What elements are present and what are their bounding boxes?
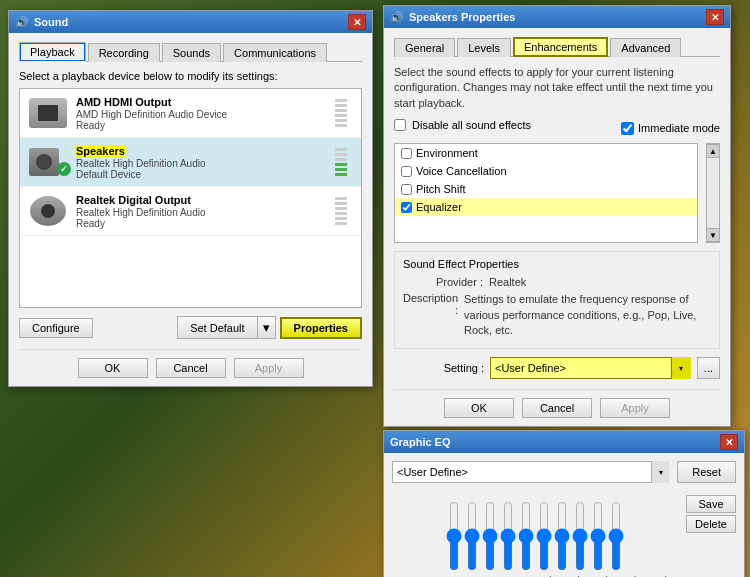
device-status-amd: Ready — [76, 120, 335, 131]
tab-communications[interactable]: Communications — [223, 43, 327, 62]
device-info-amd: AMD HDMI Output AMD High Definition Audi… — [76, 96, 335, 131]
disable-all-checkbox[interactable] — [394, 119, 406, 131]
eq-band-62 — [463, 501, 481, 571]
eq-preset-dropdown[interactable]: <User Define> — [392, 461, 669, 483]
eq-slider-31[interactable] — [445, 501, 463, 571]
provider-label: Provider : — [403, 276, 483, 288]
speakers-title-left: 🔊 Speakers Properties — [390, 11, 515, 24]
effect-pitch-checkbox[interactable] — [401, 184, 412, 195]
device-desc-amd: AMD High Definition Audio Device — [76, 109, 335, 120]
tab-playback[interactable]: Playback — [19, 42, 86, 62]
tab-advanced[interactable]: Advanced — [610, 38, 681, 57]
speakers-apply-button[interactable]: Apply — [600, 398, 670, 418]
sound-close-button[interactable]: ✕ — [348, 14, 366, 30]
speakers-cancel-button[interactable]: Cancel — [522, 398, 592, 418]
eq-band-2k — [553, 501, 571, 571]
device-item-speakers[interactable]: ✓ Speakers Realtek High Definition Audio… — [20, 138, 361, 187]
eq-slider-1k[interactable] — [535, 501, 553, 571]
device-item-realtek-digital[interactable]: Realtek Digital Output Realtek High Defi… — [20, 187, 361, 236]
device-info-speakers: Speakers Realtek High Definition Audio D… — [76, 145, 335, 180]
properties-button[interactable]: Properties — [280, 317, 362, 339]
speakers-title-icon: 🔊 — [390, 11, 404, 24]
eq-dropdown-wrapper: <User Define> ▾ — [392, 461, 669, 483]
right-buttons: Set Default ▾ Properties — [177, 316, 362, 339]
effect-equalizer-checkbox[interactable] — [401, 202, 412, 213]
eq-slider-2k[interactable] — [553, 501, 571, 571]
eq-delete-button[interactable]: Delete — [686, 515, 736, 533]
tab-enhancements[interactable]: Enhancements — [513, 37, 608, 57]
sound-apply-button[interactable]: Apply — [234, 358, 304, 378]
immediate-mode-row: Immediate mode — [621, 122, 720, 135]
ellipsis-button[interactable]: ... — [697, 357, 720, 379]
effect-environment[interactable]: Environment — [395, 144, 697, 162]
immediate-mode-checkbox[interactable] — [621, 122, 634, 135]
eq-title-left: Graphic EQ — [390, 436, 451, 448]
sound-title-left: 🔊 Sound — [15, 16, 68, 29]
eq-close-button[interactable]: ✕ — [720, 434, 738, 450]
eq-band-250 — [499, 501, 517, 571]
disable-all-row: Disable all sound effects — [394, 119, 531, 131]
speakers-ok-button[interactable]: OK — [444, 398, 514, 418]
tab-general[interactable]: General — [394, 38, 455, 57]
device-status-speakers: Default Device — [76, 169, 335, 180]
tab-recording[interactable]: Recording — [88, 43, 160, 62]
eq-slider-500[interactable] — [517, 501, 535, 571]
eq-slider-125[interactable] — [481, 501, 499, 571]
speakers-content: General Levels Enhancements Advanced Sel… — [384, 28, 730, 426]
device-item-amd-hdmi[interactable]: AMD HDMI Output AMD High Definition Audi… — [20, 89, 361, 138]
eq-slider-16k[interactable] — [607, 501, 625, 571]
sound-title-icon: 🔊 — [15, 16, 29, 29]
sound-instruction: Select a playback device below to modify… — [19, 70, 362, 82]
eq-band-125 — [481, 501, 499, 571]
setting-dropdown-arrow: ▾ — [671, 357, 691, 379]
eq-titlebar: Graphic EQ ✕ — [384, 431, 744, 453]
effect-pitch-shift[interactable]: Pitch Shift — [395, 180, 697, 198]
eq-slider-62[interactable] — [463, 501, 481, 571]
set-default-arrow[interactable]: ▾ — [257, 316, 276, 339]
effects-list: Environment Voice Cancellation Pitch Shi… — [394, 143, 698, 243]
eq-band-8k — [589, 501, 607, 571]
description-label: Description : — [403, 292, 458, 338]
effect-environment-checkbox[interactable] — [401, 148, 412, 159]
tab-sounds[interactable]: Sounds — [162, 43, 221, 62]
effect-voice-checkbox[interactable] — [401, 166, 412, 177]
eq-content: <User Define> ▾ Reset — [384, 453, 744, 577]
configure-button[interactable]: Configure — [19, 318, 93, 338]
device-list: AMD HDMI Output AMD High Definition Audi… — [19, 88, 362, 308]
device-desc-realtek-digital: Realtek High Definition Audio — [76, 207, 335, 218]
set-default-button[interactable]: Set Default — [177, 316, 256, 339]
sound-ok-button[interactable]: OK — [78, 358, 148, 378]
effects-scrollbar[interactable]: ▲ ▼ — [706, 143, 720, 243]
sep-title: Sound Effect Properties — [403, 258, 711, 270]
eq-band-4k — [571, 501, 589, 571]
eq-save-button[interactable]: Save — [686, 495, 736, 513]
eq-slider-8k[interactable] — [589, 501, 607, 571]
device-info-realtek-digital: Realtek Digital Output Realtek High Defi… — [76, 194, 335, 229]
sound-content: Playback Recording Sounds Communications… — [9, 33, 372, 386]
scrollbar-down[interactable]: ▼ — [706, 228, 720, 242]
setting-dropdown-wrapper: <User Define> ▾ — [490, 357, 691, 379]
speakers-close-button[interactable]: ✕ — [706, 9, 724, 25]
set-default-group: Set Default ▾ — [177, 316, 275, 339]
options-row: Disable all sound effects Immediate mode — [394, 119, 720, 137]
eq-reset-button[interactable]: Reset — [677, 461, 736, 483]
provider-row: Provider : Realtek — [403, 276, 711, 288]
tab-levels[interactable]: Levels — [457, 38, 511, 57]
setting-dropdown[interactable]: <User Define> — [490, 357, 691, 379]
device-icon-amd — [28, 95, 68, 131]
sound-cancel-button[interactable]: Cancel — [156, 358, 226, 378]
eq-slider-250[interactable] — [499, 501, 517, 571]
sound-titlebar: 🔊 Sound ✕ — [9, 11, 372, 33]
effect-voice-label: Voice Cancellation — [416, 165, 507, 177]
eq-slider-4k[interactable] — [571, 501, 589, 571]
effect-voice-cancellation[interactable]: Voice Cancellation — [395, 162, 697, 180]
eq-top-bar: <User Define> ▾ Reset — [392, 461, 736, 483]
device-name-realtek-digital: Realtek Digital Output — [76, 194, 335, 206]
sound-tab-bar: Playback Recording Sounds Communications — [19, 41, 362, 62]
effect-equalizer[interactable]: Equalizer — [395, 198, 697, 216]
speakers-footer: OK Cancel Apply — [394, 389, 720, 418]
scrollbar-up[interactable]: ▲ — [706, 144, 720, 158]
scrollbar-track[interactable] — [707, 158, 719, 228]
effect-equalizer-label: Equalizer — [416, 201, 462, 213]
effect-pitch-label: Pitch Shift — [416, 183, 466, 195]
